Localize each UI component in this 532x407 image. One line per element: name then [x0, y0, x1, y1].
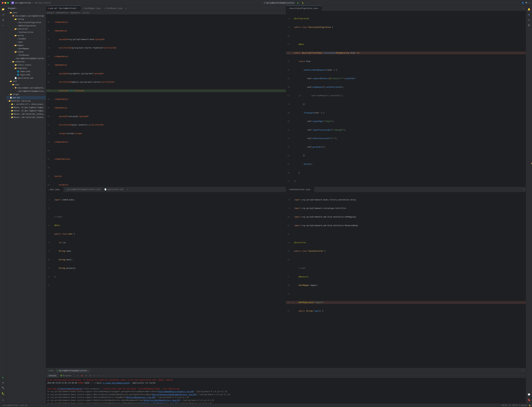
tree-item-com-example[interactable]: ▾ 📦 com.example.springbootstudy	[6, 14, 46, 17]
tree-item-static[interactable]: ▸ 📁 static.static	[6, 63, 46, 67]
tree-item-controller[interactable]: ▾ 📂 controller	[6, 27, 46, 31]
tree-item-index-html[interactable]: ▸ 🌐 index.html	[6, 70, 46, 73]
tab-SecurityConfig[interactable]: ☕ SecurityConfiguration.java ✕	[286, 6, 322, 11]
tab-more-bottom-left[interactable]: ⋯	[125, 188, 129, 191]
sidebar-icon-build[interactable]: 🔨	[1, 386, 6, 390]
tab-more-bottom-right[interactable]: ⋯	[522, 188, 526, 191]
status-line-col[interactable]: 46:25	[502, 404, 507, 406]
bottom-tab-springboot[interactable]: ▶ SpringBootStudyApplication ✕	[56, 368, 90, 373]
editor-content-top-left[interactable]: 39↙</dependency> 40<dependency> 41 <grou…	[46, 15, 286, 187]
tree-item-corretto[interactable]: ▸ 📁 < corretto-17 > /Users/eve/Library/J…	[6, 102, 46, 106]
console-scroll-btn[interactable]: ↓	[97, 374, 100, 377]
sidebar-icon-folder[interactable]: 📁	[1, 7, 6, 12]
sidebar-icon-bottom[interactable]: ⤓	[1, 398, 6, 402]
editor-content-bottom-left[interactable]: 3import lombok.Data; 4 4 usages 6@Data 7…	[46, 192, 286, 368]
tab-UserMapper[interactable]: ☕ UserMapper.java	[81, 6, 102, 11]
run-button[interactable]: ▶	[296, 1, 300, 5]
tree-item-UserMapper[interactable]: ▸ ☕ UserMapper	[6, 47, 46, 50]
tree-item-pom-xml[interactable]: ▸ 📋 pom.xml	[6, 96, 46, 99]
console-wrap-btn[interactable]: ↩	[93, 374, 96, 377]
bc-project[interactable]: project	[47, 12, 54, 14]
tree-item-target[interactable]: ▸ 📁 target	[6, 93, 46, 96]
tree-item-Student[interactable]: ▸ ☕ Student	[6, 37, 46, 40]
sidebar-icon-more[interactable]: ⋯	[1, 23, 6, 28]
tree-item-resources[interactable]: ▾ 📂 resources	[6, 60, 46, 63]
console-tab[interactable]: Console	[47, 374, 58, 377]
tree-item-User[interactable]: ▸ ☕ User	[6, 40, 46, 44]
bc-dependency[interactable]: dependency	[70, 12, 80, 14]
sidebar-icon-structure[interactable]: ☰	[1, 17, 6, 22]
tree-item-ext-libs[interactable]: ▾ 📂 External Libraries	[6, 99, 46, 102]
tab-more-top-right[interactable]: ⋯	[522, 7, 526, 9]
tree-item-logback-core[interactable]: ▸ 📁 Maven: ch.qos.logback:logback-core:1…	[6, 109, 46, 112]
tree-item-SecurityConfiguration[interactable]: ▸ ☕ SecurityConfiguration	[6, 21, 46, 24]
console-clear-btn[interactable]: ⊗	[85, 374, 88, 377]
maximize-button[interactable]	[7, 2, 9, 4]
tree-item-test[interactable]: ▾ 📂 test	[6, 80, 46, 83]
right-icon-maven[interactable]: m	[527, 17, 532, 22]
sidebar-icon-terminal[interactable]: ⊟	[1, 380, 6, 385]
minimize-panel-icon[interactable]: —	[524, 369, 524, 372]
tree-item-TestRunner[interactable]: ▸ ☕ TestRunner	[6, 54, 46, 57]
more-button[interactable]: ⋯	[306, 1, 309, 5]
console-output[interactable]: Error starting ApplicationContext. To di…	[46, 378, 526, 403]
tab-TestRunner[interactable]: ☕ TestRunner.java	[102, 6, 124, 11]
tree-item-runner[interactable]: ▾ 📂 runner	[6, 50, 46, 54]
bc-version[interactable]: version	[82, 12, 89, 14]
version-control-label[interactable]: Version control	[35, 2, 51, 4]
tree-item-TestController[interactable]: ▸ ☕ TestController	[6, 31, 46, 34]
tree-item-mapper[interactable]: ▾ 📂 mapper	[6, 44, 46, 47]
sidebar-icon-git[interactable]: ⎇	[1, 12, 6, 17]
profile-icon[interactable]: 👤	[522, 2, 524, 4]
more-actions-icon[interactable]: ⋯	[522, 369, 523, 372]
tab-pom-xml[interactable]: m pom.xml (SpringBootStudy) ✕	[46, 6, 81, 11]
tree-item-SpringBootStudyApp[interactable]: ▸ ☕ SpringBootStudyApplication	[6, 57, 46, 60]
search-icon[interactable]: 🔍	[525, 2, 528, 4]
tab-close-tc[interactable]: ✕	[311, 189, 312, 190]
tab-SpringBootStudyApp-java[interactable]: ☕ SpringBootStudyApplication.java	[63, 187, 102, 192]
status-line-ending[interactable]: LF	[509, 404, 511, 406]
tree-item-test-com[interactable]: ▾ 📦 com.example.springbootstudy	[6, 86, 46, 89]
tree-item-AppTests[interactable]: ▸ ☕ SpringBootStudyApplicationTests	[6, 89, 46, 93]
tree-item-config[interactable]: ▾ 📂 config	[6, 17, 46, 21]
console-restart-btn[interactable]: ↺	[76, 374, 79, 377]
right-icon-db[interactable]: 🗄	[527, 23, 532, 28]
tab-User-java[interactable]: ☕ User.java ✕	[46, 187, 63, 192]
tab-TestController[interactable]: ☕ TestController.java ✕	[286, 187, 314, 192]
right-icon-git[interactable]: m	[527, 12, 532, 17]
springboot-tab-close[interactable]: ✕	[87, 370, 88, 371]
tab-more-top-left[interactable]: ⋯	[124, 7, 128, 9]
tree-item-WebConfiguration[interactable]: ▸ ☕ WebConfiguration	[6, 24, 46, 27]
right-icon-chat[interactable]: 💬	[527, 392, 532, 397]
tree-item-jackson-core[interactable]: ▸ 📁 Maven: com.fasterxml.jackson.core:ja…	[6, 116, 46, 119]
console-stop-btn[interactable]: ■	[80, 374, 84, 377]
right-icon-bookmark[interactable]: 🔖	[527, 398, 532, 402]
bottom-tab-run[interactable]: ▶ Run	[47, 368, 55, 373]
run-configuration[interactable]: ▶ SpringBootStudyApplication	[263, 1, 295, 4]
tab-application-yml[interactable]: 📄 application.yml	[102, 187, 125, 192]
tree-item-logback-classic[interactable]: ▸ 📁 Maven: ch.qos.logback:logback-classi…	[6, 106, 46, 109]
right-icon-notifications[interactable]: 🔔	[527, 7, 532, 12]
tree-item-application-yml[interactable]: ▸ 📄 application.yml	[6, 76, 46, 80]
tree-item-login-html[interactable]: ▸ 🌐 login.html	[6, 73, 46, 76]
tree-item-templates[interactable]: ▾ 📂 templates	[6, 67, 46, 70]
sidebar-icon-debug[interactable]: 🐛	[1, 391, 6, 396]
tab-close-security[interactable]: ✕	[319, 8, 320, 9]
tab-close-User[interactable]: ✕	[61, 189, 62, 190]
close-button[interactable]	[2, 2, 4, 4]
bc-dependencies[interactable]: dependencies	[56, 12, 68, 14]
editor-content-top-right[interactable]: 8✓@Configuration 9public class SecurityC…	[286, 11, 526, 187]
settings-icon[interactable]: ⚙	[529, 2, 530, 4]
status-encoding[interactable]: UTF-8	[512, 404, 517, 406]
editor-content-bottom-right[interactable]: 8import org.springframework.beans.factor…	[286, 192, 526, 368]
tree-item-jackson-ann[interactable]: ▸ 📁 Maven: com.fasterxml.jackson.core:ja…	[6, 112, 46, 116]
debug-button[interactable]: 🐛	[301, 1, 305, 5]
console-filter-btn[interactable]: ⊟	[89, 374, 92, 377]
minimize-button[interactable]	[4, 2, 6, 4]
tab-close-pom[interactable]: ✕	[78, 8, 79, 9]
console-more-btn[interactable]: ⋯	[101, 374, 104, 377]
actuator-tab[interactable]: 🌿 Actuator	[59, 374, 73, 377]
tree-item-java[interactable]: ▾ 📂 java	[6, 11, 46, 14]
sidebar-icon-run[interactable]: ▶	[1, 375, 6, 380]
status-indent[interactable]: 4 spaces	[519, 404, 527, 406]
